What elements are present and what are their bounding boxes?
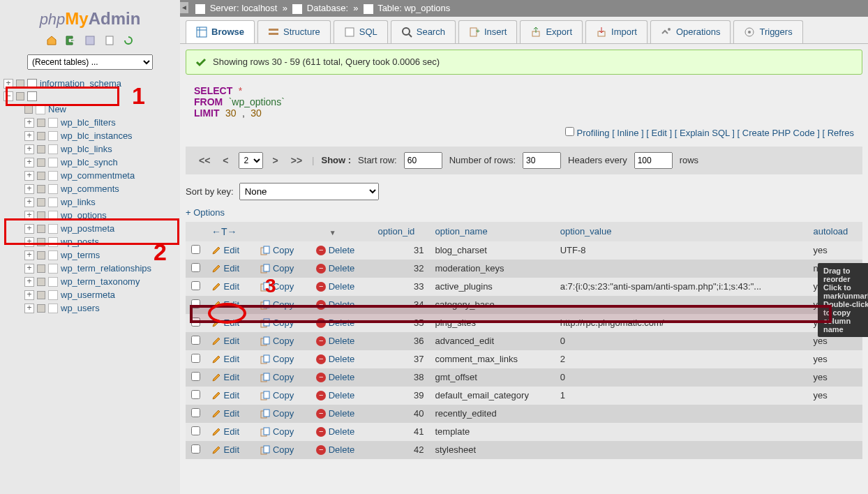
prev-page-button[interactable]: <	[220, 155, 231, 166]
copy-row-link[interactable]: Copy	[260, 245, 294, 255]
first-page-button[interactable]: <<	[196, 155, 213, 166]
edit-row-link[interactable]: Edit	[211, 408, 239, 419]
tree-table-wp_term_taxonomy[interactable]: wp_term_taxonomy	[21, 275, 180, 288]
copy-row-link[interactable]: Copy	[260, 263, 294, 274]
row-checkbox[interactable]	[191, 317, 200, 327]
tab-browse[interactable]: Browse	[186, 20, 255, 43]
tab-triggers[interactable]: Triggers	[733, 20, 802, 43]
delete-row-link[interactable]: − Delete	[316, 299, 354, 310]
row-checkbox[interactable]	[191, 263, 200, 272]
header-option-id[interactable]: option_id	[373, 222, 430, 241]
row-checkbox[interactable]	[191, 372, 200, 381]
phpmyadmin-logo[interactable]: phpMyAdmin	[0, 3, 180, 34]
create-php-link[interactable]: Create PHP Code	[742, 128, 815, 138]
tab-export[interactable]: Export	[520, 20, 583, 43]
breadcrumb-server[interactable]: localhost	[241, 3, 277, 13]
copy-row-link[interactable]: Copy	[260, 426, 294, 437]
inline-link[interactable]: Inline	[617, 128, 638, 138]
row-checkbox[interactable]	[191, 390, 200, 399]
tab-insert[interactable]: +Insert	[458, 20, 518, 43]
delete-row-link[interactable]: − Delete	[316, 426, 354, 437]
options-toggle[interactable]: + Options	[186, 203, 862, 222]
num-rows-input[interactable]	[523, 152, 561, 169]
headers-every-input[interactable]	[634, 152, 673, 169]
refresh-link[interactable]: Refres	[828, 128, 854, 138]
copy-row-link[interactable]: Copy	[260, 372, 294, 382]
row-checkbox[interactable]	[191, 299, 200, 308]
header-option-name[interactable]: option_name	[429, 222, 554, 241]
copy-row-link[interactable]: Copy	[260, 354, 294, 364]
row-checkbox[interactable]	[191, 444, 200, 454]
delete-row-link[interactable]: − Delete	[316, 354, 354, 364]
sidebar-collapse-toggle[interactable]: ◄	[180, 2, 188, 13]
copy-row-link[interactable]: Copy	[260, 390, 294, 401]
edit-row-link[interactable]: Edit	[211, 281, 239, 292]
edit-row-link[interactable]: Edit	[211, 317, 239, 328]
tree-table-wp_usermeta[interactable]: wp_usermeta	[21, 288, 180, 301]
recent-tables-select[interactable]: (Recent tables) ...	[27, 54, 153, 70]
tab-sql[interactable]: SQL	[334, 20, 388, 43]
delete-row-link[interactable]: − Delete	[316, 263, 354, 274]
page-select[interactable]: 2	[239, 152, 263, 169]
row-checkbox[interactable]	[191, 354, 200, 363]
row-checkbox[interactable]	[191, 408, 200, 417]
delete-row-link[interactable]: − Delete	[316, 444, 354, 455]
sql-icon[interactable]	[84, 34, 96, 47]
tree-table-wp_blc_synch[interactable]: wp_blc_synch	[21, 156, 180, 169]
tab-operations[interactable]: Operations	[650, 20, 731, 43]
edit-row-link[interactable]: Edit	[211, 444, 239, 455]
copy-row-link[interactable]: Copy	[260, 299, 294, 310]
tab-import[interactable]: Import	[585, 20, 648, 43]
delete-row-link[interactable]: − Delete	[316, 336, 354, 346]
home-icon[interactable]	[45, 34, 58, 47]
edit-sql-link[interactable]: Edit	[652, 128, 667, 138]
docs-icon[interactable]	[103, 34, 116, 47]
edit-row-link[interactable]: Edit	[211, 354, 239, 364]
tree-table-wp_commentmeta[interactable]: wp_commentmeta	[21, 169, 180, 182]
edit-row-link[interactable]: Edit	[211, 263, 239, 274]
next-page-button[interactable]: >	[270, 155, 281, 166]
sort-by-key-select[interactable]: None	[239, 183, 379, 200]
explain-sql-link[interactable]: Explain SQL	[680, 128, 730, 138]
copy-row-link[interactable]: Copy	[260, 317, 294, 328]
tab-structure[interactable]: Structure	[257, 20, 331, 43]
edit-row-link[interactable]: Edit	[211, 245, 239, 255]
tree-table-wp_blc_instances[interactable]: wp_blc_instances	[21, 129, 180, 142]
edit-row-link[interactable]: Edit	[211, 390, 239, 401]
row-checkbox[interactable]	[191, 245, 200, 254]
edit-row-link[interactable]: Edit	[211, 426, 239, 437]
start-row-input[interactable]	[404, 152, 442, 169]
copy-row-link[interactable]: Copy	[260, 336, 294, 346]
tree-table-wp_options[interactable]: wp_options	[21, 209, 180, 222]
tree-table-wp_postmeta[interactable]: wp_postmeta	[21, 222, 180, 235]
copy-row-link[interactable]: Copy	[260, 408, 294, 419]
tree-db-selected[interactable]	[3, 90, 180, 103]
edit-row-link[interactable]: Edit	[211, 336, 239, 346]
tree-db-information-schema[interactable]: information_schema	[3, 77, 180, 90]
header-actions[interactable]: ←T→ ▼	[206, 222, 373, 241]
logout-icon[interactable]	[64, 34, 77, 47]
tree-table-wp_users[interactable]: wp_users	[21, 301, 180, 315]
edit-row-link[interactable]: Edit	[211, 372, 239, 382]
tree-table-New[interactable]: New	[21, 103, 180, 116]
tree-table-wp_blc_links[interactable]: wp_blc_links	[21, 142, 180, 156]
delete-row-link[interactable]: − Delete	[316, 408, 354, 419]
header-option-value[interactable]: option_value	[555, 222, 808, 241]
edit-row-link[interactable]: Edit	[211, 299, 239, 310]
tree-table-wp_links[interactable]: wp_links	[21, 195, 180, 209]
tab-search[interactable]: Search	[391, 20, 456, 43]
breadcrumb-table[interactable]: wp_options	[404, 3, 450, 13]
row-checkbox[interactable]	[191, 281, 200, 290]
tree-table-wp_comments[interactable]: wp_comments	[21, 182, 180, 195]
delete-row-link[interactable]: − Delete	[316, 317, 354, 328]
profiling-checkbox[interactable]	[565, 127, 574, 136]
last-page-button[interactable]: >>	[288, 155, 305, 166]
tree-table-wp_blc_filters[interactable]: wp_blc_filters	[21, 116, 180, 129]
header-autoload[interactable]: autoload	[807, 222, 862, 241]
reload-icon[interactable]	[122, 34, 135, 47]
row-checkbox[interactable]	[191, 336, 200, 345]
row-checkbox[interactable]	[191, 426, 200, 435]
delete-row-link[interactable]: − Delete	[316, 281, 354, 292]
copy-row-link[interactable]: Copy	[260, 444, 294, 455]
delete-row-link[interactable]: − Delete	[316, 245, 354, 255]
